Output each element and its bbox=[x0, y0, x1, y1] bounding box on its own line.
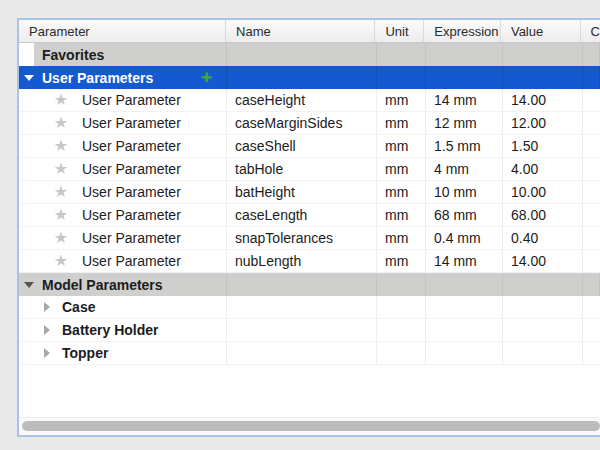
cell-expression[interactable]: 4 mm bbox=[426, 158, 503, 180]
cell-name bbox=[227, 319, 377, 341]
favorite-star-icon[interactable]: ★ bbox=[52, 207, 70, 223]
horizontal-scrollbar-thumb[interactable] bbox=[22, 421, 600, 431]
cell-expression[interactable]: 14 mm bbox=[426, 250, 503, 272]
group-label: Topper bbox=[62, 345, 108, 361]
column-header-name[interactable]: Name bbox=[226, 20, 375, 42]
cell-value[interactable]: 68.00 bbox=[503, 204, 583, 226]
cell-name[interactable]: caseLength bbox=[227, 204, 377, 226]
cell-expression[interactable]: 10 mm bbox=[426, 181, 503, 203]
cell-name bbox=[227, 342, 377, 364]
cell-comments bbox=[583, 342, 600, 364]
cell-value[interactable]: 4.00 bbox=[503, 158, 583, 180]
name-value: tabHole bbox=[235, 161, 283, 177]
cell-value bbox=[503, 342, 583, 364]
group-label: Battery Holder bbox=[62, 322, 158, 338]
column-header-value[interactable]: Value bbox=[501, 20, 581, 42]
horizontal-scrollbar[interactable] bbox=[19, 417, 600, 435]
cell-unit[interactable]: mm bbox=[377, 227, 426, 249]
cell-unit[interactable]: mm bbox=[377, 250, 426, 272]
column-header-label: Value bbox=[511, 24, 543, 39]
group-row-battery-holder[interactable]: Battery Holder bbox=[19, 319, 600, 342]
cell-name[interactable]: snapTolerances bbox=[227, 227, 377, 249]
section-label: Model Parameters bbox=[42, 277, 163, 293]
disclosure-right-icon[interactable] bbox=[44, 325, 50, 335]
column-header-label: Name bbox=[236, 24, 271, 39]
cell-value[interactable]: 14.00 bbox=[503, 250, 583, 272]
cell-name[interactable]: caseShell bbox=[227, 135, 377, 157]
cell-unit[interactable]: mm bbox=[377, 112, 426, 134]
cell-comments bbox=[583, 319, 600, 341]
cell-expression[interactable]: 14 mm bbox=[426, 89, 503, 111]
cell-value[interactable]: 10.00 bbox=[503, 181, 583, 203]
cell-name[interactable]: nubLength bbox=[227, 250, 377, 272]
unit-value: mm bbox=[385, 115, 408, 131]
param-type-label: User Parameter bbox=[82, 92, 181, 108]
cell-value[interactable]: 12.00 bbox=[503, 112, 583, 134]
section-row-favorites[interactable]: Favorites bbox=[19, 43, 600, 66]
favorite-star-icon[interactable]: ★ bbox=[52, 92, 70, 108]
column-header-unit[interactable]: Unit bbox=[375, 20, 424, 42]
cell-unit[interactable]: mm bbox=[377, 89, 426, 111]
disclosure-down-icon[interactable] bbox=[24, 75, 34, 81]
unit-value: mm bbox=[385, 207, 408, 223]
group-row-topper[interactable]: Topper bbox=[19, 342, 600, 365]
cell-value bbox=[503, 296, 583, 318]
param-row-nublength[interactable]: ★User ParameternubLengthmm14 mm14.00 bbox=[19, 250, 600, 273]
param-row-snaptolerances[interactable]: ★User ParametersnapTolerancesmm0.4 mm0.4… bbox=[19, 227, 600, 250]
cell-value[interactable]: 14.00 bbox=[503, 89, 583, 111]
section-row-model-parameters[interactable]: Model Parameters bbox=[19, 273, 600, 296]
favorite-star-icon[interactable]: ★ bbox=[52, 253, 70, 269]
cell-comments bbox=[583, 250, 600, 272]
name-value: caseMarginSides bbox=[235, 115, 342, 131]
favorite-star-icon[interactable]: ★ bbox=[52, 115, 70, 131]
cell-comments bbox=[583, 112, 600, 134]
cell-name[interactable]: caseHeight bbox=[227, 89, 377, 111]
name-value: nubLength bbox=[235, 253, 301, 269]
table-body: FavoritesUser Parameters✚★User Parameter… bbox=[19, 43, 600, 365]
param-row-casemarginsides[interactable]: ★User ParametercaseMarginSidesmm12 mm12.… bbox=[19, 112, 600, 135]
group-label: Case bbox=[62, 299, 95, 315]
cell-unit[interactable]: mm bbox=[377, 204, 426, 226]
cell-expression[interactable]: 12 mm bbox=[426, 112, 503, 134]
cell-expression[interactable]: 1.5 mm bbox=[426, 135, 503, 157]
column-header-c[interactable]: C bbox=[581, 20, 600, 42]
cell-unit[interactable]: mm bbox=[377, 158, 426, 180]
cell-expression[interactable]: 68 mm bbox=[426, 204, 503, 226]
disclosure-right-icon[interactable] bbox=[44, 348, 50, 358]
favorite-star-icon[interactable]: ★ bbox=[52, 161, 70, 177]
value-value: 68.00 bbox=[511, 207, 546, 223]
disclosure-right-icon[interactable] bbox=[44, 302, 50, 312]
cell-value[interactable]: 0.40 bbox=[503, 227, 583, 249]
param-row-caseshell[interactable]: ★User ParametercaseShellmm1.5 mm1.50 bbox=[19, 135, 600, 158]
cell-unit[interactable]: mm bbox=[377, 135, 426, 157]
cell-comments bbox=[583, 273, 600, 296]
cell-comments bbox=[583, 89, 600, 111]
cell-unit bbox=[377, 66, 426, 89]
expression-value: 68 mm bbox=[434, 207, 477, 223]
param-row-batheight[interactable]: ★User ParameterbatHeightmm10 mm10.00 bbox=[19, 181, 600, 204]
param-row-caseheight[interactable]: ★User ParametercaseHeightmm14 mm14.00 bbox=[19, 89, 600, 112]
cell-comments bbox=[583, 135, 600, 157]
cell-value[interactable]: 1.50 bbox=[503, 135, 583, 157]
favorite-star-icon[interactable]: ★ bbox=[52, 230, 70, 246]
column-header-parameter[interactable]: Parameter bbox=[19, 20, 226, 42]
add-parameter-icon[interactable]: ✚ bbox=[201, 66, 212, 89]
param-row-tabhole[interactable]: ★User ParametertabHolemm4 mm4.00 bbox=[19, 158, 600, 181]
group-row-case[interactable]: Case bbox=[19, 296, 600, 319]
cell-parameter: Topper bbox=[19, 342, 227, 364]
expression-value: 0.4 mm bbox=[434, 230, 481, 246]
cell-unit[interactable]: mm bbox=[377, 181, 426, 203]
cell-name[interactable]: batHeight bbox=[227, 181, 377, 203]
column-header-expression[interactable]: Expression bbox=[424, 20, 501, 42]
cell-expression bbox=[426, 342, 503, 364]
param-row-caselength[interactable]: ★User ParametercaseLengthmm68 mm68.00 bbox=[19, 204, 600, 227]
disclosure-down-icon[interactable] bbox=[24, 282, 34, 288]
unit-value: mm bbox=[385, 161, 408, 177]
param-type-label: User Parameter bbox=[82, 161, 181, 177]
cell-name[interactable]: caseMarginSides bbox=[227, 112, 377, 134]
section-row-user-parameters[interactable]: User Parameters✚ bbox=[19, 66, 600, 89]
cell-name[interactable]: tabHole bbox=[227, 158, 377, 180]
favorite-star-icon[interactable]: ★ bbox=[52, 184, 70, 200]
favorite-star-icon[interactable]: ★ bbox=[52, 138, 70, 154]
cell-expression[interactable]: 0.4 mm bbox=[426, 227, 503, 249]
